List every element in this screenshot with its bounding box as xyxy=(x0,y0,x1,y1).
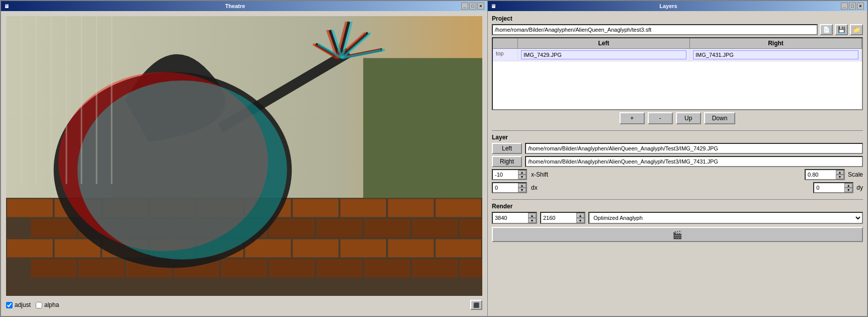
row-id: top xyxy=(493,49,518,61)
add-layer-btn[interactable]: + xyxy=(620,112,645,124)
down-layer-btn[interactable]: Down xyxy=(704,112,736,124)
layer-section: Layer Left Right ▲ ▼ x-Shift xyxy=(492,130,863,195)
xshift-input[interactable] xyxy=(493,170,518,179)
render-height-spinbox[interactable]: ▲ ▼ xyxy=(540,212,585,224)
theatre-title: Theatre xyxy=(225,3,245,9)
render-width-spinbox[interactable]: ▲ ▼ xyxy=(492,212,537,224)
layers-window: 🖥 Layers _ □ × Project 📄 💾 📁 xyxy=(488,0,868,317)
render-icon: 🎬 xyxy=(672,230,682,240)
layers-minimize-btn[interactable]: _ xyxy=(841,3,848,10)
scale-input[interactable] xyxy=(806,170,836,179)
render-label: Render xyxy=(492,203,863,210)
xshift-down-arrow[interactable]: ▼ xyxy=(518,175,526,179)
xshift-up-arrow[interactable]: ▲ xyxy=(518,170,526,175)
dy-label: dy xyxy=(856,184,863,191)
adjust-checkbox-group: adjust xyxy=(6,301,31,308)
open-project-btn[interactable]: 📁 xyxy=(850,24,863,35)
left-layer-btn[interactable]: Left xyxy=(492,143,522,154)
scale-down-arrow[interactable]: ▼ xyxy=(836,175,844,179)
table-row[interactable]: top xyxy=(493,49,862,61)
scale-spinbox[interactable]: ▲ ▼ xyxy=(805,169,845,180)
alpha-label: alpha xyxy=(44,301,59,308)
theatre-close-btn[interactable]: × xyxy=(477,3,484,10)
up-layer-btn[interactable]: Up xyxy=(676,112,701,124)
layers-window-controls: _ □ × xyxy=(841,3,864,10)
theatre-minimize-btn[interactable]: _ xyxy=(461,3,468,10)
save-project-btn[interactable]: 💾 xyxy=(835,24,848,35)
project-section: Project 📄 💾 📁 Left Right xyxy=(492,15,863,126)
image-viewport xyxy=(6,16,482,296)
render-width-down[interactable]: ▼ xyxy=(528,218,536,223)
render-section: Render ▲ ▼ ▲ ▼ Optimized xyxy=(492,199,863,242)
left-layer-path[interactable] xyxy=(525,143,863,154)
dy-down-arrow[interactable]: ▼ xyxy=(844,188,852,192)
save-icon: 💾 xyxy=(838,26,845,33)
anaglyph-canvas xyxy=(6,16,482,296)
theatre-window-controls: _ □ × xyxy=(461,3,484,10)
layers-title-icon: 🖥 xyxy=(491,4,496,9)
project-label: Project xyxy=(492,15,863,22)
theatre-footer: adjust alpha ⬛ xyxy=(6,299,482,311)
scale-label: Scale xyxy=(848,171,863,178)
right-layer-btn[interactable]: Right xyxy=(492,156,522,167)
remove-layer-btn[interactable]: - xyxy=(648,112,673,124)
theatre-title-icon: 🖥 xyxy=(4,4,9,9)
dx-arrows: ▲ ▼ xyxy=(518,183,526,192)
render-mode-select[interactable]: Optimized Anaglyph True Anaglyph Gray An… xyxy=(588,212,863,224)
dy-arrows: ▲ ▼ xyxy=(844,183,852,192)
layers-title: Layers xyxy=(659,3,677,9)
dy-input[interactable] xyxy=(814,183,844,192)
dy-up-arrow[interactable]: ▲ xyxy=(844,183,852,188)
footer-right: ⬛ xyxy=(470,300,482,310)
right-file-input[interactable] xyxy=(693,50,858,59)
scale-right: ▲ ▼ Scale xyxy=(805,169,863,180)
layers-table-body: top xyxy=(493,49,862,109)
xshift-arrows: ▲ ▼ xyxy=(518,170,526,179)
right-layer-row: Right xyxy=(492,156,863,167)
layers-table: Left Right top xyxy=(492,37,863,110)
render-height-down[interactable]: ▼ xyxy=(576,218,584,223)
row-left-file xyxy=(518,49,690,61)
new-project-btn[interactable]: 📄 xyxy=(820,24,833,35)
dx-input[interactable] xyxy=(493,183,518,192)
xshift-scale-row: ▲ ▼ x-Shift ▲ ▼ Scale xyxy=(492,169,863,180)
layers-close-btn[interactable]: × xyxy=(857,3,864,10)
dy-spinbox[interactable]: ▲ ▼ xyxy=(813,182,853,193)
adjust-label: adjust xyxy=(15,301,31,308)
render-width-up[interactable]: ▲ xyxy=(528,213,536,218)
project-path-input[interactable] xyxy=(492,24,818,35)
dx-down-arrow[interactable]: ▼ xyxy=(518,188,526,192)
theatre-titlebar: 🖥 Theatre _ □ × xyxy=(1,1,487,11)
layers-titlebar: 🖥 Layers _ □ × xyxy=(488,1,867,11)
adjust-checkbox[interactable] xyxy=(6,302,13,308)
theatre-window: 🖥 Theatre _ □ × adjust alpha ⬛ xyxy=(0,0,488,317)
render-width-arrows: ▲ ▼ xyxy=(528,213,536,223)
col-right-header: Right xyxy=(690,38,862,48)
footer-left: adjust alpha xyxy=(6,301,59,308)
dx-up-arrow[interactable]: ▲ xyxy=(518,183,526,188)
right-layer-path[interactable] xyxy=(525,156,863,167)
theatre-maximize-btn[interactable]: □ xyxy=(469,3,476,10)
render-width-input[interactable] xyxy=(493,213,527,223)
dx-label: dx xyxy=(531,184,538,191)
layer-section-label: Layer xyxy=(492,134,863,141)
xshift-spinbox[interactable]: ▲ ▼ xyxy=(492,169,527,180)
left-file-input[interactable] xyxy=(521,50,686,59)
render-height-arrows: ▲ ▼ xyxy=(576,213,584,223)
row-right-file xyxy=(690,49,862,61)
render-height-input[interactable] xyxy=(541,213,575,223)
xshift-label: x-Shift xyxy=(531,171,548,178)
theatre-content: adjust alpha ⬛ xyxy=(1,11,487,316)
layers-maximize-btn[interactable]: □ xyxy=(849,3,856,10)
render-btn[interactable]: 🎬 xyxy=(492,227,863,242)
dx-spinbox[interactable]: ▲ ▼ xyxy=(492,182,527,193)
scale-arrows: ▲ ▼ xyxy=(836,170,844,179)
render-params-row: ▲ ▼ ▲ ▼ Optimized Anaglyph True Anaglyph… xyxy=(492,212,863,224)
render-height-up[interactable]: ▲ xyxy=(576,213,584,218)
open-icon: 📁 xyxy=(853,26,860,33)
snapshot-btn[interactable]: ⬛ xyxy=(470,300,482,310)
col-left-header: Left xyxy=(518,38,690,48)
alpha-checkbox[interactable] xyxy=(36,302,42,308)
table-button-row: + - Up Down xyxy=(492,112,863,124)
scale-up-arrow[interactable]: ▲ xyxy=(836,170,844,175)
